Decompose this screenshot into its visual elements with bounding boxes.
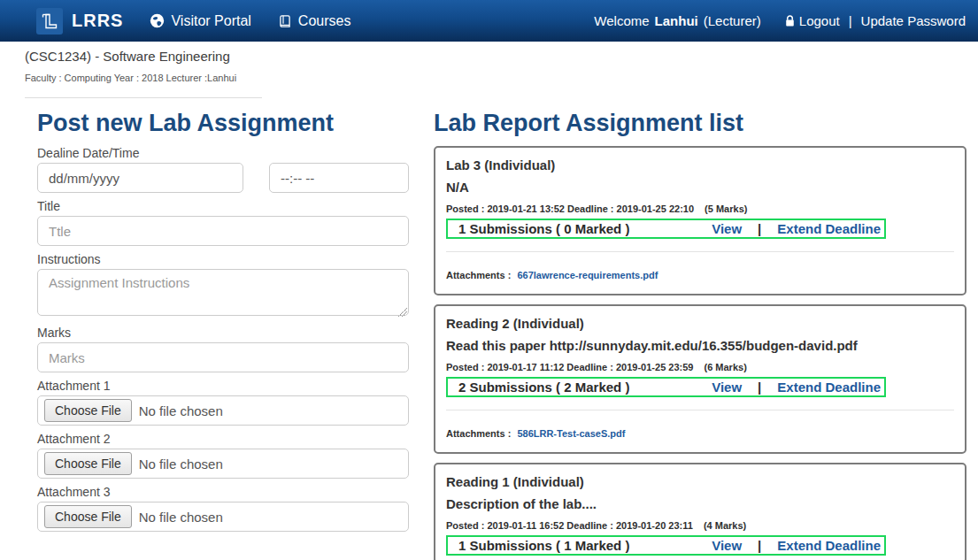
submissions-count: 1 Submissions ( 1 Marked ) <box>458 538 712 553</box>
attachment3-choose-file-button[interactable]: Choose File <box>44 505 132 528</box>
submissions-box: 1 Submissions ( 0 Marked ) View | Extend… <box>446 219 886 239</box>
instructions-wrap <box>37 269 409 319</box>
assignment-posted-line: Posted : 2019-01-11 16:52 Deadline : 201… <box>446 520 954 531</box>
nav-visitor-portal-label: Visitor Portal <box>171 13 250 29</box>
navbar-user-area: Welcome Lanhui (Lecturer) Logout | Updat… <box>594 13 966 28</box>
attachment2-label: Attachment 2 <box>37 432 409 446</box>
deadline-row <box>37 163 409 193</box>
book-icon <box>278 14 292 28</box>
attachment3-file-input: Choose File No file chosen <box>37 502 409 532</box>
marks-badge: (5 Marks) <box>705 203 747 214</box>
attachment-link[interactable]: 586LRR-Test-caseS.pdf <box>517 428 625 439</box>
post-assignment-panel: Post new Lab Assignment Dealine Date/Tim… <box>37 98 409 560</box>
assignment-list-heading: Lab Report Assignment list <box>434 110 966 137</box>
attachments-line: Attachments : 586LRR-Test-caseS.pdf <box>446 428 954 439</box>
marks-badge: (4 Marks) <box>704 520 746 531</box>
view-link[interactable]: View <box>712 221 742 236</box>
card-divider <box>446 410 954 410</box>
submissions-count: 2 Submissions ( 2 Marked ) <box>458 380 712 395</box>
assignment-card: Lab 3 (Individual) N/A Posted : 2019-01-… <box>434 146 966 295</box>
attachment3-file-status: No file chosen <box>139 510 223 525</box>
post-assignment-heading: Post new Lab Assignment <box>37 110 409 137</box>
assignment-posted-line: Posted : 2019-01-17 11:12 Deadline : 201… <box>446 362 954 372</box>
welcome-text: Welcome <box>594 13 649 28</box>
globe-icon <box>150 13 165 28</box>
lock-icon <box>784 14 796 27</box>
marks-label: Marks <box>37 326 409 340</box>
nav-courses[interactable]: Courses <box>278 13 351 29</box>
lrrs-logo-icon <box>36 8 63 35</box>
assignment-description: Read this paper http://sunnyday.mit.edu/… <box>446 338 954 353</box>
extend-deadline-link[interactable]: Extend Deadline <box>777 221 881 236</box>
attachment3-label: Attachment 3 <box>37 485 409 499</box>
marks-badge: (6 Marks) <box>705 362 747 372</box>
attachment-link[interactable]: 667lawrence-requirements.pdf <box>517 270 658 280</box>
link-separator: | <box>758 221 761 236</box>
navbar-links: Visitor Portal Courses <box>150 13 377 29</box>
deadline-time-input[interactable] <box>269 163 409 193</box>
deadline-label: Dealine Date/Time <box>37 146 409 160</box>
course-title: (CSC1234) - Software Engineering <box>25 49 978 64</box>
nav-visitor-portal[interactable]: Visitor Portal <box>150 13 250 29</box>
instructions-textarea[interactable] <box>37 269 409 316</box>
assignment-title: Lab 3 (Individual) <box>446 157 954 173</box>
assignment-card: Reading 2 (Individual) Read this paper h… <box>434 304 966 454</box>
attachment1-file-status: No file chosen <box>139 403 223 418</box>
assignment-list-panel: Lab Report Assignment list Lab 3 (Indivi… <box>434 98 966 560</box>
main-content: Post new Lab Assignment Dealine Date/Tim… <box>0 98 978 560</box>
attachment1-choose-file-button[interactable]: Choose File <box>44 399 132 422</box>
submissions-box: 2 Submissions ( 2 Marked ) View | Extend… <box>446 377 886 397</box>
assignment-description: Description of the lab.... <box>446 496 954 511</box>
instructions-label: Instructions <box>37 252 409 266</box>
update-password-link[interactable]: Update Password <box>861 13 966 28</box>
submissions-count: 1 Submissions ( 0 Marked ) <box>458 221 712 236</box>
posted-deadline-text: Posted : 2019-01-11 16:52 Deadline : 201… <box>446 520 693 531</box>
card-divider <box>446 251 954 252</box>
assignment-title: Reading 2 (Individual) <box>446 316 954 331</box>
view-link[interactable]: View <box>712 538 742 553</box>
top-navbar: LRRS Visitor Portal Courses Welcome Lanh… <box>0 0 978 42</box>
attachment2-choose-file-button[interactable]: Choose File <box>44 452 132 475</box>
nav-separator: | <box>849 13 852 28</box>
attachment1-file-input: Choose File No file chosen <box>37 395 409 426</box>
link-separator: | <box>758 380 761 395</box>
user-role: (Lecturer) <box>704 13 761 28</box>
logout-link[interactable]: Logout <box>799 13 840 28</box>
brand-title[interactable]: LRRS <box>72 11 123 31</box>
assignment-posted-line: Posted : 2019-01-21 13:52 Deadline : 201… <box>446 203 954 214</box>
link-separator: | <box>758 538 761 553</box>
brand[interactable]: LRRS <box>36 8 123 35</box>
course-meta: Faculty : Computing Year : 2018 Lecturer… <box>25 73 978 83</box>
extend-deadline-link[interactable]: Extend Deadline <box>777 380 881 395</box>
posted-deadline-text: Posted : 2019-01-17 11:12 Deadline : 201… <box>446 362 693 372</box>
assignment-title: Reading 1 (Individual) <box>446 474 954 489</box>
attachments-prefix: Attachments : <box>446 428 511 439</box>
attachments-prefix: Attachments : <box>446 270 511 280</box>
extend-deadline-link[interactable]: Extend Deadline <box>777 538 881 553</box>
course-header: (CSC1234) - Software Engineering Faculty… <box>0 42 978 98</box>
title-input[interactable] <box>37 216 409 246</box>
attachment2-file-status: No file chosen <box>139 456 223 472</box>
username: Lanhui <box>655 13 698 28</box>
attachments-line: Attachments : 667lawrence-requirements.p… <box>446 270 954 280</box>
assignment-card: Reading 1 (Individual) Description of th… <box>434 463 966 560</box>
title-label: Title <box>37 199 409 213</box>
attachment2-file-input: Choose File No file chosen <box>37 449 409 479</box>
view-link[interactable]: View <box>712 380 742 395</box>
assignment-description: N/A <box>446 180 954 195</box>
attachment1-label: Attachment 1 <box>37 379 409 393</box>
nav-courses-label: Courses <box>298 13 351 29</box>
marks-input[interactable] <box>37 342 409 372</box>
deadline-date-input[interactable] <box>37 163 243 193</box>
submissions-box: 1 Submissions ( 1 Marked ) View | Extend… <box>446 535 886 556</box>
posted-deadline-text: Posted : 2019-01-21 13:52 Deadline : 201… <box>446 203 694 214</box>
